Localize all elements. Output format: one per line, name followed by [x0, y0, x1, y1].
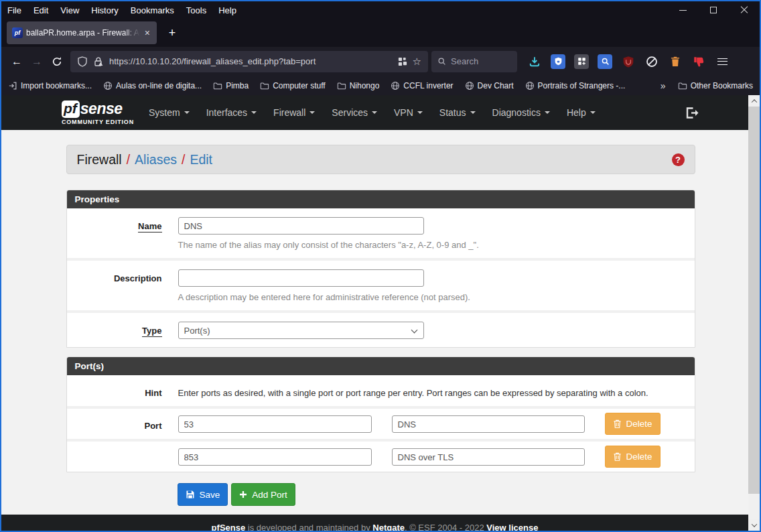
delete-port-button[interactable]: Delete: [605, 413, 661, 435]
tab-close-icon[interactable]: ×: [143, 27, 151, 39]
description-input[interactable]: [178, 269, 424, 287]
save-floppy-icon: [186, 490, 195, 499]
footer-brand[interactable]: pfSense: [212, 523, 246, 531]
lock-warning-icon[interactable]: [93, 56, 104, 67]
hint-text: Enter ports as desired, with a single po…: [178, 384, 648, 398]
menu-hamburger-icon[interactable]: [715, 54, 730, 69]
ublock-origin-icon[interactable]: [621, 54, 636, 69]
help-icon[interactable]: ?: [672, 153, 685, 166]
breadcrumb-separator: /: [122, 152, 135, 168]
trash-icon: [613, 452, 622, 462]
logo-sense-text: sense: [80, 100, 123, 118]
ports-panel-header: Port(s): [67, 357, 695, 375]
menu-bookmarks[interactable]: Bookmarks: [125, 1, 180, 19]
port-value-input[interactable]: [178, 448, 372, 466]
menu-file[interactable]: File: [1, 1, 27, 19]
port-description-input[interactable]: [392, 415, 585, 433]
nav-diagnostics[interactable]: Diagnostics: [492, 107, 550, 118]
nav-help[interactable]: Help: [567, 107, 596, 118]
nav-status[interactable]: Status: [439, 107, 476, 118]
nav-firewall[interactable]: Firewall: [273, 107, 315, 118]
search-extension-icon[interactable]: [598, 54, 612, 69]
breadcrumb-aliases-link[interactable]: Aliases: [135, 152, 177, 168]
search-bar[interactable]: [431, 51, 517, 72]
pfsense-logo[interactable]: pfsense COMMUNITY EDITION: [62, 100, 134, 125]
bookmark-folder-pimba[interactable]: Pimba: [213, 81, 249, 90]
extensions-grid-icon[interactable]: [574, 54, 589, 69]
nav-vpn[interactable]: VPN: [394, 107, 423, 118]
bookmark-import[interactable]: Import bookmarks...: [8, 81, 92, 90]
close-icon: [740, 6, 748, 14]
search-input[interactable]: [451, 56, 507, 66]
reload-button[interactable]: [47, 52, 67, 72]
nav-system[interactable]: System: [149, 107, 190, 118]
save-button[interactable]: Save: [178, 483, 228, 506]
scroll-up-button[interactable]: [748, 95, 760, 107]
chevron-up-icon: [751, 99, 756, 105]
name-label: Name: [138, 221, 161, 232]
bookmarks-overflow-chevron-icon[interactable]: »: [661, 80, 666, 91]
browser-window: File Edit View History Bookmarks Tools H…: [0, 0, 761, 532]
port-value-input[interactable]: [178, 415, 372, 433]
bookmark-aulas[interactable]: Aulas on-line de digita...: [103, 81, 202, 90]
forward-button[interactable]: →: [27, 52, 47, 72]
breadcrumb: Firewall / Aliases / Edit ?: [66, 145, 695, 174]
back-button[interactable]: ←: [7, 52, 27, 72]
port-description-input[interactable]: [392, 448, 585, 466]
dislike-extension-icon[interactable]: [691, 54, 706, 69]
nav-interfaces[interactable]: Interfaces: [206, 107, 257, 118]
menu-tools[interactable]: Tools: [180, 1, 212, 19]
bookmark-portraits[interactable]: Portraits of Strangers -...: [525, 81, 626, 90]
folder-icon: [678, 81, 687, 90]
type-row: Type Port(s): [67, 310, 695, 347]
folder-icon: [337, 81, 346, 90]
page-content: pfsense COMMUNITY EDITION System Interfa…: [1, 95, 760, 531]
chevron-down-icon: [309, 111, 315, 117]
menu-edit[interactable]: Edit: [27, 1, 54, 19]
window-controls: [667, 1, 760, 19]
close-button[interactable]: [729, 1, 760, 19]
new-tab-button[interactable]: +: [162, 23, 182, 43]
menu-help[interactable]: Help: [212, 1, 243, 19]
other-bookmarks[interactable]: Other Bookmarks: [678, 81, 753, 90]
bookmark-folder-computer-stuff[interactable]: Computer stuff: [260, 81, 325, 90]
bookmark-folder-nihongo[interactable]: Nihongo: [337, 81, 380, 90]
menu-history[interactable]: History: [85, 1, 124, 19]
breadcrumb-firewall: Firewall: [77, 152, 122, 168]
tab-firewall-aliases[interactable]: pf ballaPR.home.arpa - Firewall: Al ×: [7, 21, 157, 44]
hint-label: Hint: [145, 388, 161, 398]
vertical-scrollbar[interactable]: [748, 95, 760, 531]
form-actions: Save Add Port: [178, 483, 695, 506]
import-icon: [8, 81, 17, 90]
nav-services[interactable]: Services: [332, 107, 377, 118]
maximize-button[interactable]: [698, 1, 729, 19]
delete-port-button[interactable]: Delete: [605, 446, 661, 468]
bookmark-ccfl-inverter[interactable]: CCFL inverter: [391, 81, 453, 90]
scroll-down-button[interactable]: [748, 519, 760, 531]
chevron-down-icon: [590, 111, 596, 117]
password-manager-icon[interactable]: [551, 54, 565, 69]
description-row: Description A description may be entered…: [67, 258, 695, 310]
bookmark-dev-chart[interactable]: Dev Chart: [465, 81, 514, 90]
shield-permissions-icon[interactable]: [77, 56, 88, 67]
footer-company-link[interactable]: Netgate: [372, 523, 405, 531]
blocker-circle-slash-icon[interactable]: [644, 54, 659, 69]
url-bar[interactable]: https://10.10.10.20/firewall_aliases_edi…: [70, 51, 428, 72]
bookmark-star-icon[interactable]: ☆: [413, 56, 421, 68]
app-grid-icon[interactable]: [397, 56, 407, 66]
download-manager-icon[interactable]: [527, 54, 542, 69]
breadcrumb-edit-link[interactable]: Edit: [190, 152, 212, 168]
url-text[interactable]: https://10.10.10.20/firewall_aliases_edi…: [109, 56, 392, 66]
name-input[interactable]: [178, 217, 424, 235]
menu-view[interactable]: View: [54, 1, 85, 19]
minimize-button[interactable]: [667, 1, 698, 19]
pfsense-favicon-icon: pf: [12, 27, 23, 38]
logout-button[interactable]: [685, 107, 699, 119]
trash-extension-icon[interactable]: [668, 54, 683, 69]
breadcrumb-separator: /: [177, 152, 190, 168]
add-port-button[interactable]: Add Port: [231, 483, 295, 506]
scrollbar-thumb[interactable]: [748, 107, 760, 494]
footer-view-license-link[interactable]: View license: [486, 523, 538, 531]
chevron-down-icon: [184, 111, 190, 117]
type-select[interactable]: Port(s): [178, 322, 424, 339]
